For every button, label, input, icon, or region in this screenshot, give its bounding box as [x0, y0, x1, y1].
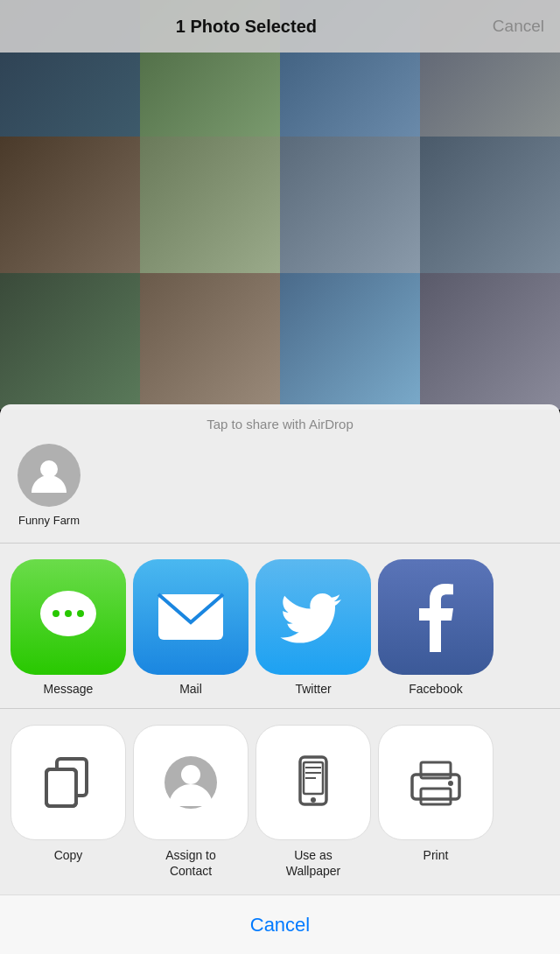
message-bubble-icon: [33, 582, 103, 652]
facebook-icon: [378, 559, 494, 675]
assign-contact-icon: [160, 752, 221, 813]
message-icon: [10, 559, 126, 675]
page-title: 1 Photo Selected: [0, 17, 493, 37]
copy-icon: [38, 752, 99, 813]
share-apps-section: Message Mail Twitter: [0, 544, 560, 709]
svg-point-14: [311, 797, 316, 803]
twitter-bird-icon: [278, 582, 348, 652]
share-actions-section: Copy Assign to Contact: [0, 709, 560, 894]
cancel-button[interactable]: Cancel: [0, 894, 560, 954]
share-app-facebook-label: Facebook: [409, 682, 462, 696]
photo-cell: [280, 273, 420, 410]
share-action-assign-contact[interactable]: Assign to Contact: [133, 725, 248, 879]
airdrop-contact[interactable]: Funny Farm: [18, 444, 80, 527]
share-app-mail-label: Mail: [179, 682, 202, 696]
share-app-message-label: Message: [44, 682, 94, 696]
share-action-assign-label: Assign to Contact: [165, 847, 216, 879]
share-app-twitter-label: Twitter: [295, 682, 331, 696]
svg-rect-20: [421, 789, 451, 804]
envelope-icon: [155, 591, 227, 643]
svg-point-11: [181, 765, 200, 784]
twitter-icon: [256, 559, 371, 675]
svg-point-3: [52, 610, 60, 617]
top-cancel-button[interactable]: Cancel: [493, 17, 560, 36]
svg-rect-8: [46, 769, 76, 806]
cancel-button-label: Cancel: [250, 914, 310, 936]
top-bar: 1 Photo Selected Cancel: [0, 0, 560, 53]
copy-icon-box: [10, 725, 126, 840]
assign-contact-icon-box: [133, 725, 248, 840]
person-icon: [27, 453, 71, 497]
airdrop-section: Tap to share with AirDrop Funny Farm: [0, 404, 560, 544]
mail-icon: [133, 559, 248, 675]
share-app-twitter[interactable]: Twitter: [256, 559, 371, 696]
print-icon-box: [378, 725, 494, 840]
share-action-wallpaper[interactable]: Use as Wallpaper: [256, 725, 371, 879]
facebook-f-icon: [401, 582, 471, 652]
svg-point-21: [448, 781, 453, 786]
airdrop-label: Tap to share with AirDrop: [18, 417, 542, 431]
share-action-copy-label: Copy: [54, 847, 83, 863]
avatar: [18, 444, 80, 507]
share-action-copy[interactable]: Copy: [10, 725, 126, 879]
photo-cell: [0, 273, 140, 410]
svg-point-5: [77, 610, 84, 617]
share-app-facebook[interactable]: Facebook: [378, 559, 494, 696]
wallpaper-icon-box: [256, 725, 371, 840]
share-sheet: Tap to share with AirDrop Funny Farm: [0, 404, 560, 954]
share-action-print[interactable]: Print: [378, 725, 494, 879]
photo-cell: [140, 137, 280, 273]
photo-cell: [0, 137, 140, 273]
share-action-wallpaper-label: Use as Wallpaper: [286, 847, 341, 879]
print-icon: [405, 752, 466, 813]
photo-cell: [140, 273, 280, 410]
share-app-message[interactable]: Message: [10, 559, 126, 696]
share-app-mail[interactable]: Mail: [133, 559, 248, 696]
share-action-print-label: Print: [424, 847, 449, 863]
svg-point-4: [65, 610, 72, 617]
wallpaper-icon: [283, 752, 344, 813]
photo-cell: [420, 137, 560, 273]
photo-cell: [280, 137, 420, 273]
airdrop-contacts: Funny Farm: [18, 444, 542, 543]
airdrop-contact-name: Funny Farm: [18, 514, 80, 527]
photo-cell: [420, 273, 560, 410]
